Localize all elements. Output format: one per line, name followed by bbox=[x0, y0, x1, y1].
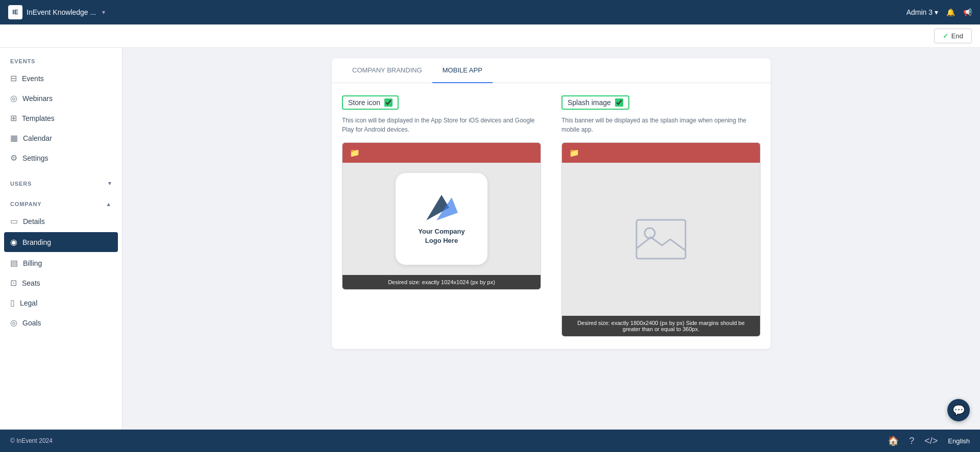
store-icon-upload-container: 📁 Your Company bbox=[342, 142, 541, 290]
splash-image-header: Splash image bbox=[561, 95, 629, 110]
notifications-icon[interactable]: 🔔 bbox=[946, 8, 955, 16]
sidebar-legal-label: Legal bbox=[20, 299, 37, 307]
seats-icon: ⊡ bbox=[10, 278, 17, 288]
store-icon-section: Store icon This icon will be displayed i… bbox=[342, 95, 541, 337]
admin-name: Admin 3 bbox=[906, 8, 933, 16]
company-label-text: COMPANY bbox=[10, 201, 42, 207]
tab-mobile-app-content: Store icon This icon will be displayed i… bbox=[332, 83, 771, 349]
store-icon-preview: Your Company Logo Here bbox=[342, 163, 541, 275]
copyright: © InEvent 2024 bbox=[10, 437, 53, 444]
sidebar-item-seats[interactable]: ⊡ Seats bbox=[0, 273, 122, 293]
top-nav-right: Admin 3 ▾ 🔔 📢 bbox=[906, 8, 972, 16]
tab-company-branding-label: COMPANY BRANDING bbox=[352, 66, 422, 74]
sidebar-item-settings[interactable]: ⚙ Settings bbox=[0, 148, 122, 168]
end-button-bar: ✓ End bbox=[0, 24, 980, 48]
splash-image-caption: Desired size: exactly 1800x2400 (px by p… bbox=[562, 316, 760, 336]
logo-line2: Logo Here bbox=[425, 237, 458, 244]
templates-icon: ⊞ bbox=[10, 113, 17, 123]
logo-preview-box: Your Company Logo Here bbox=[396, 173, 487, 265]
splash-image-upload-container: 📁 Des bbox=[561, 142, 761, 337]
content-area: COMPANY BRANDING MOBILE APP Store icon T… bbox=[122, 48, 980, 430]
splash-image-label: Splash image bbox=[568, 98, 611, 107]
checkmark-icon: ✓ bbox=[943, 32, 948, 40]
sidebar-item-webinars[interactable]: ◎ Webinars bbox=[0, 88, 122, 108]
details-icon: ▭ bbox=[10, 216, 18, 226]
app-logo[interactable]: IE bbox=[8, 5, 22, 19]
sidebar: EVENTS ⊟ Events ◎ Webinars ⊞ Templates ▦… bbox=[0, 48, 122, 430]
svg-point-3 bbox=[645, 228, 655, 238]
sidebar-item-legal[interactable]: ▯ Legal bbox=[0, 293, 122, 313]
home-icon[interactable]: 🏠 bbox=[888, 435, 899, 446]
bottom-bar: © InEvent 2024 🏠 ? </> English bbox=[0, 430, 980, 452]
tab-mobile-app[interactable]: MOBILE APP bbox=[432, 58, 493, 83]
store-icon-upload-bar[interactable]: 📁 bbox=[342, 143, 541, 163]
settings-icon: ⚙ bbox=[10, 153, 17, 163]
company-logo-svg bbox=[421, 192, 462, 223]
top-nav-left: IE InEvent Knowledge ... ▾ bbox=[8, 5, 105, 19]
sidebar-item-billing[interactable]: ▤ Billing bbox=[0, 253, 122, 273]
sidebar-settings-label: Settings bbox=[22, 154, 48, 162]
sidebar-details-label: Details bbox=[23, 217, 45, 225]
folder-open-icon: 📁 bbox=[569, 148, 579, 158]
title-chevron-icon[interactable]: ▾ bbox=[102, 9, 105, 16]
store-icon-checkbox[interactable] bbox=[384, 98, 393, 107]
megaphone-icon[interactable]: 📢 bbox=[963, 8, 972, 16]
store-icon-label: Store icon bbox=[348, 98, 380, 107]
splash-image-preview bbox=[562, 163, 760, 316]
sidebar-item-calendar[interactable]: ▦ Calendar bbox=[0, 128, 122, 148]
company-section-label[interactable]: COMPANY ▲ bbox=[0, 191, 122, 211]
events-section-label: EVENTS bbox=[0, 48, 122, 68]
main-layout: EVENTS ⊟ Events ◎ Webinars ⊞ Templates ▦… bbox=[0, 48, 980, 430]
sections-row: Store icon This icon will be displayed i… bbox=[342, 95, 761, 337]
logo-preview-text: Your Company Logo Here bbox=[418, 227, 465, 245]
svg-rect-2 bbox=[636, 220, 685, 259]
calendar-icon: ▦ bbox=[10, 133, 18, 143]
tab-bar: COMPANY BRANDING MOBILE APP bbox=[332, 58, 771, 83]
branding-icon: ◉ bbox=[10, 237, 17, 247]
admin-chevron-icon: ▾ bbox=[935, 8, 938, 16]
chat-icon: 💬 bbox=[952, 404, 965, 416]
webinars-icon: ◎ bbox=[10, 93, 17, 103]
sidebar-item-branding[interactable]: ◉ Branding bbox=[4, 232, 118, 252]
language-selector[interactable]: English bbox=[948, 437, 970, 445]
goals-icon: ◎ bbox=[10, 318, 17, 328]
logo-line1: Your Company bbox=[418, 228, 465, 235]
end-button[interactable]: ✓ End bbox=[934, 29, 972, 43]
billing-icon: ▤ bbox=[10, 258, 18, 268]
folder-icon: 📁 bbox=[350, 148, 360, 158]
splash-image-checkbox[interactable] bbox=[615, 98, 623, 107]
sidebar-item-templates[interactable]: ⊞ Templates bbox=[0, 108, 122, 128]
users-label-text: USERS bbox=[10, 181, 32, 187]
help-icon[interactable]: ? bbox=[909, 436, 914, 446]
end-button-label: End bbox=[951, 32, 963, 40]
store-icon-header: Store icon bbox=[342, 95, 399, 110]
sidebar-item-goals[interactable]: ◎ Goals bbox=[0, 313, 122, 333]
main-card: COMPANY BRANDING MOBILE APP Store icon T… bbox=[332, 58, 771, 349]
users-section-label[interactable]: USERS ▾ bbox=[0, 170, 122, 191]
app-title: InEvent Knowledge ... bbox=[27, 8, 96, 16]
sidebar-item-events[interactable]: ⊟ Events bbox=[0, 68, 122, 88]
sidebar-events-label: Events bbox=[22, 74, 44, 83]
sidebar-branding-label: Branding bbox=[22, 238, 51, 246]
chat-fab-button[interactable]: 💬 bbox=[947, 399, 970, 421]
splash-image-section: Splash image This banner will be display… bbox=[561, 95, 761, 337]
placeholder-svg bbox=[635, 219, 687, 260]
users-chevron-icon: ▾ bbox=[108, 180, 112, 187]
bottom-bar-right: 🏠 ? </> English bbox=[888, 435, 970, 446]
sidebar-seats-label: Seats bbox=[22, 279, 40, 287]
code-icon[interactable]: </> bbox=[924, 436, 938, 446]
admin-user-label[interactable]: Admin 3 ▾ bbox=[906, 8, 938, 16]
sidebar-item-details[interactable]: ▭ Details bbox=[0, 211, 122, 231]
company-chevron-icon: ▲ bbox=[106, 201, 112, 207]
top-nav: IE InEvent Knowledge ... ▾ Admin 3 ▾ 🔔 📢 bbox=[0, 0, 980, 24]
splash-image-description: This banner will be displayed as the spl… bbox=[561, 116, 761, 134]
sidebar-goals-label: Goals bbox=[22, 319, 41, 327]
splash-image-upload-bar[interactable]: 📁 bbox=[562, 143, 760, 163]
image-placeholder bbox=[635, 219, 687, 260]
store-icon-description: This icon will be displayed in the App S… bbox=[342, 116, 541, 134]
sidebar-calendar-label: Calendar bbox=[23, 134, 52, 142]
store-icon-caption: Desired size: exactly 1024x1024 (px by p… bbox=[342, 275, 541, 289]
tab-company-branding[interactable]: COMPANY BRANDING bbox=[342, 58, 432, 83]
sidebar-templates-label: Templates bbox=[22, 114, 55, 122]
legal-icon: ▯ bbox=[10, 298, 15, 308]
